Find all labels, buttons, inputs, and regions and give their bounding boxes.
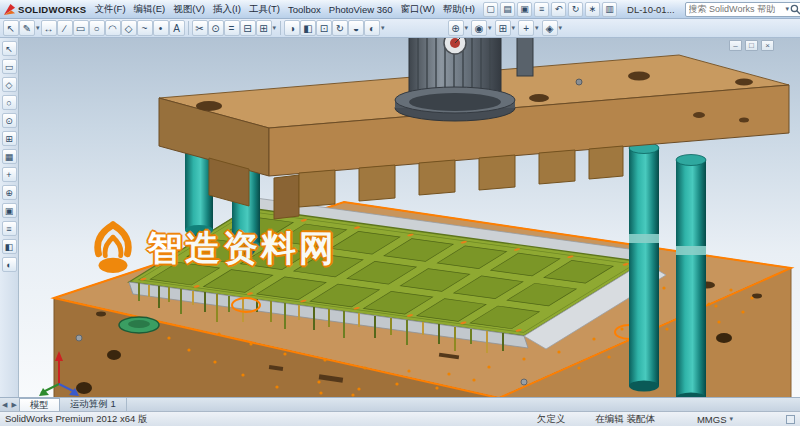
display-style-icon[interactable]: ◑: [284, 20, 300, 36]
rectangle-icon[interactable]: ▭: [73, 20, 89, 36]
point-icon[interactable]: •: [153, 20, 169, 36]
filter-points-icon[interactable]: +: [2, 167, 17, 182]
status-edit-mode: 在编辑 装配体: [595, 413, 655, 426]
rebuild-icon[interactable]: ↻: [568, 2, 583, 17]
save-icon[interactable]: ▣: [517, 2, 532, 17]
status-bar: SolidWorks Premium 2012 x64 版 欠定义 在编辑 装配…: [0, 411, 800, 426]
menu-photoview[interactable]: PhotoView 360: [325, 0, 397, 18]
toolbar-separator: [280, 21, 281, 35]
menu-window[interactable]: 窗口(W): [397, 0, 439, 18]
status-definition: 欠定义: [537, 413, 566, 426]
hide-show-icon[interactable]: ◒: [348, 20, 364, 36]
filter-vertices-icon[interactable]: ○: [2, 95, 17, 110]
solidworks-window: SOLIDWORKS 文件(F) 编辑(E) 视图(V) 插入(I) 工具(T)…: [0, 0, 800, 426]
convert-entities-icon[interactable]: ⊙: [208, 20, 224, 36]
menu-help[interactable]: 帮助(H): [439, 0, 479, 18]
filter-origins-icon[interactable]: ⊕: [2, 185, 17, 200]
dropdown-caret-icon[interactable]: ▾: [380, 24, 386, 32]
line-icon[interactable]: ∕: [57, 20, 73, 36]
doc-restore-button[interactable]: □: [745, 40, 758, 51]
move-component-icon[interactable]: +: [518, 20, 534, 36]
filter-section-icon[interactable]: ◧: [2, 239, 17, 254]
dropdown-caret-icon[interactable]: ▾: [511, 24, 517, 32]
standard-toolbar: ▢ ▤ ▣ ≡ ↶ ↻ ∗ ▥: [483, 2, 617, 17]
dropdown-caret-icon[interactable]: ▾: [487, 24, 493, 32]
filter-shading-icon[interactable]: ◐: [2, 257, 17, 272]
file-properties-icon[interactable]: ▥: [602, 2, 617, 17]
status-app-version: SolidWorks Premium 2012 x64 版: [5, 413, 147, 426]
task-pane-icon[interactable]: [786, 415, 795, 424]
filter-axes-icon[interactable]: ⊙: [2, 113, 17, 128]
menu-edit[interactable]: 编辑(E): [130, 0, 170, 18]
guide-pillar-right-2[interactable]: [676, 155, 706, 398]
menu-toolbox[interactable]: Toolbox: [284, 0, 325, 18]
smart-dimension-icon[interactable]: ↔: [41, 20, 57, 36]
units-label: MMGS: [697, 414, 727, 425]
configuration-tab-bar: ◀ ▶ 模型 运动算例 1: [0, 397, 800, 411]
component-pattern-icon[interactable]: ⊞: [495, 20, 511, 36]
filter-faces-icon[interactable]: ◇: [2, 77, 17, 92]
search-input[interactable]: [689, 4, 785, 14]
menu-view[interactable]: 视图(V): [169, 0, 209, 18]
tab-scroll-right-icon[interactable]: ▶: [9, 398, 18, 411]
selection-filter-toolbar: ↖ ▭ ◇ ○ ⊙ ⊞ ▦ + ⊕ ▣ ≡ ◧ ◐: [0, 38, 19, 397]
filter-surfaces-icon[interactable]: ▦: [2, 149, 17, 164]
undo-icon[interactable]: ↶: [551, 2, 566, 17]
assembly-toolbar-group: ⊕▾ ◉▾ ⊞▾ +▾ ◈▾: [448, 20, 564, 36]
guide-pillar-right-1[interactable]: [629, 143, 659, 392]
linear-pattern-icon[interactable]: ⊞: [256, 20, 272, 36]
document-window-controls: – □ ×: [729, 40, 774, 51]
filter-planes-icon[interactable]: ⊞: [2, 131, 17, 146]
dropdown-caret-icon[interactable]: ▾: [464, 24, 470, 32]
circle-icon[interactable]: ○: [89, 20, 105, 36]
spline-icon[interactable]: ~: [137, 20, 153, 36]
dropdown-caret-icon[interactable]: ▾: [35, 24, 41, 32]
insert-component-icon[interactable]: ⊕: [448, 20, 464, 36]
rotate-view-icon[interactable]: ↻: [332, 20, 348, 36]
menu-tools[interactable]: 工具(T): [245, 0, 284, 18]
text-icon[interactable]: A: [169, 20, 185, 36]
sketch-toolbar: ↖ ✎ ▾ ↔ ∕ ▭ ○ ◠ ◇ ~ • A ✂ ⊙ = ⊟ ⊞ ▾ ◑ ◧ …: [0, 19, 800, 38]
sketch-icon[interactable]: ✎: [19, 20, 35, 36]
options-icon[interactable]: ∗: [585, 2, 600, 17]
section-view-icon[interactable]: ◧: [300, 20, 316, 36]
model-canvas[interactable]: [19, 38, 800, 397]
dropdown-caret-icon[interactable]: ▾: [272, 24, 278, 32]
menu-insert[interactable]: 插入(I): [209, 0, 245, 18]
title-menu-bar: SOLIDWORKS 文件(F) 编辑(E) 视图(V) 插入(I) 工具(T)…: [0, 0, 800, 19]
solidworks-logo-icon: [3, 3, 16, 16]
menu-file[interactable]: 文件(F): [90, 0, 129, 18]
solidworks-logo: SOLIDWORKS: [0, 3, 90, 16]
help-search-box[interactable]: ▾: [685, 2, 800, 17]
appearance-icon[interactable]: ◐: [364, 20, 380, 36]
filter-mates-icon[interactable]: ≡: [2, 221, 17, 236]
mirror-entities-icon[interactable]: ⊟: [240, 20, 256, 36]
tab-model[interactable]: 模型: [19, 398, 60, 411]
print-icon[interactable]: ≡: [534, 2, 549, 17]
tab-motion-study-1[interactable]: 运动算例 1: [60, 398, 127, 411]
trim-entities-icon[interactable]: ✂: [192, 20, 208, 36]
units-selector[interactable]: MMGS ▾: [697, 414, 734, 425]
dropdown-caret-icon[interactable]: ▾: [558, 24, 564, 32]
doc-minimize-button[interactable]: –: [729, 40, 742, 51]
open-icon[interactable]: ▤: [500, 2, 515, 17]
filter-edges-icon[interactable]: ▭: [2, 59, 17, 74]
arc-icon[interactable]: ◠: [105, 20, 121, 36]
assembly-features-icon[interactable]: ◈: [542, 20, 558, 36]
select-icon[interactable]: ↖: [3, 20, 19, 36]
tab-scroll-left-icon[interactable]: ◀: [0, 398, 9, 411]
doc-close-button[interactable]: ×: [761, 40, 774, 51]
app-name: SOLIDWORKS: [18, 4, 86, 15]
document-name: DL-10-01...: [627, 4, 675, 15]
new-icon[interactable]: ▢: [483, 2, 498, 17]
filter-components-icon[interactable]: ▣: [2, 203, 17, 218]
offset-entities-icon[interactable]: =: [224, 20, 240, 36]
polygon-icon[interactable]: ◇: [121, 20, 137, 36]
dropdown-caret-icon[interactable]: ▾: [534, 24, 540, 32]
select-filter-icon[interactable]: ↖: [2, 41, 17, 56]
mate-icon[interactable]: ◉: [471, 20, 487, 36]
zoom-fit-icon[interactable]: ⊡: [316, 20, 332, 36]
units-caret-icon: ▾: [728, 415, 734, 423]
search-icon[interactable]: [790, 4, 800, 15]
graphics-viewport[interactable]: 智造资料网 – □ ×: [19, 38, 800, 397]
